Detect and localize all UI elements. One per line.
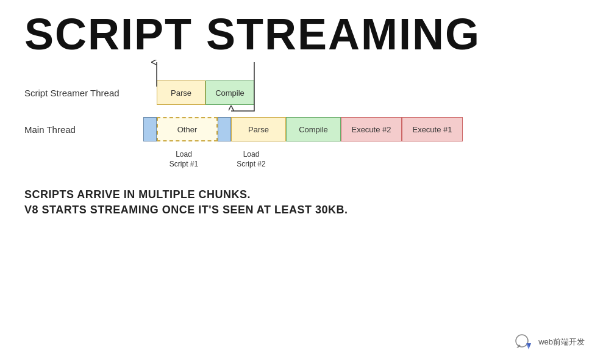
labels-row: LoadScript #1 LoadScript #2 [143,150,579,169]
subtitle-line2: V8 STARTS STREAMING ONCE IT'S SEEN AT LE… [24,202,579,218]
main-blue-block-1 [143,117,157,141]
main-parse-block: Parse [231,117,286,141]
streamer-blocks: Parse Compile [143,80,579,105]
watermark-text: web前端开发 [538,337,585,348]
main-blue-block-2 [218,117,231,141]
streamer-thread-row: Script Streamer Thread Parse Compile [24,74,579,111]
subtitle-text: SCRIPTS ARRIVE IN MULTIPLE CHUNKS. V8 ST… [24,187,579,218]
watermark: web前端开发 [514,332,585,352]
main-other-block: Other [157,117,218,141]
main-thread-label: Main Thread [24,124,143,135]
load-script2-label: LoadScript #2 [218,150,285,169]
streamer-thread-label: Script Streamer Thread [24,88,143,98]
streamer-compile-block: Compile [205,80,254,105]
subtitle-line1: SCRIPTS ARRIVE IN MULTIPLE CHUNKS. [24,187,579,202]
svg-point-1 [516,335,528,347]
main-execute1-block: Execute #1 [402,117,463,141]
watermark-logo-icon [514,332,533,352]
main-title: SCRIPT STREAMING [24,12,579,56]
streamer-parse-block: Parse [157,80,205,105]
main-blocks: Other Parse Compile Execute #2 Execute #… [143,117,579,141]
main-thread-row: Main Thread Other Parse Compile Execute … [24,111,579,148]
main-execute2-block: Execute #2 [341,117,402,141]
load-script1-label: LoadScript #1 [150,150,218,169]
diagram-section: Script Streamer Thread Parse Compile [24,74,579,169]
main-compile-block: Compile [286,117,341,141]
page-container: SCRIPT STREAMING Script Streamer Thread … [0,0,603,364]
